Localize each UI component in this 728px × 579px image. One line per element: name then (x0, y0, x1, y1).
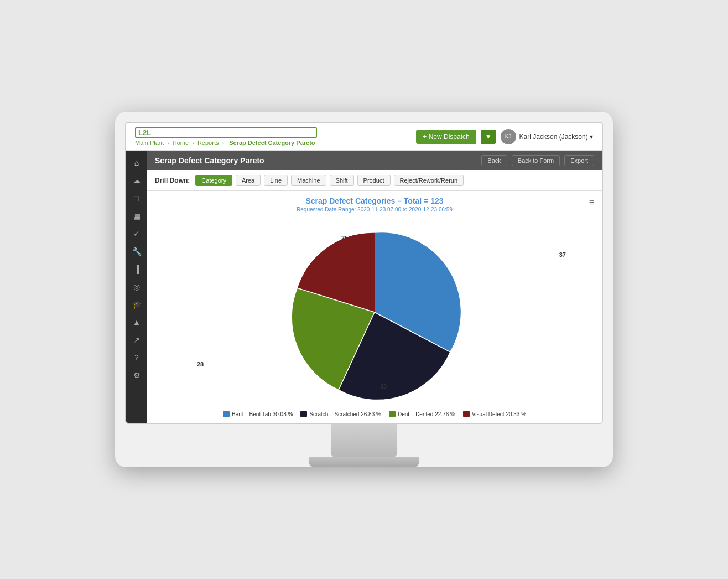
home-icon[interactable]: ⌂ (129, 155, 144, 170)
pie-label-33: 33 (380, 383, 387, 390)
top-navigation: L2L Main Plant › Home › Reports › Scrap … (126, 123, 602, 151)
breadcrumb-current: Scrap Defect Category Pareto (229, 139, 315, 146)
legend-label-bent: Bent – Bent Tab 30.08 % (232, 411, 293, 417)
drill-shift[interactable]: Shift (330, 175, 354, 186)
export-button[interactable]: Export (564, 155, 594, 166)
logo: L2L (135, 127, 317, 138)
legend-item-bent: Bent – Bent Tab 30.08 % (223, 411, 293, 417)
cloud-icon[interactable]: ☁ (129, 173, 144, 188)
breadcrumb: Main Plant › Home › Reports › Scrap Defe… (135, 139, 317, 146)
back-to-form-button[interactable]: Back to Form (512, 155, 560, 166)
graduation-icon[interactable]: 🎓 (129, 297, 144, 312)
chart-menu-icon[interactable]: ≡ (589, 198, 594, 208)
drilldown-bar: Drill Down: Category Area Line Machine S… (147, 170, 602, 191)
pie-label-28: 28 (197, 361, 204, 368)
legend-label-scratch: Scratch – Scratched 26.83 % (309, 411, 381, 417)
gauge-icon[interactable]: ◎ (129, 279, 144, 294)
avatar: KJ (501, 129, 516, 144)
pie-label-25: 25 (341, 235, 348, 241)
drill-area[interactable]: Area (236, 175, 261, 186)
new-dispatch-button[interactable]: + New Dispatch (416, 130, 476, 144)
drill-reject-rework[interactable]: Reject/Rework/Rerun (394, 175, 464, 186)
chart-title: Scrap Defect Categories – Total = 123 (153, 197, 596, 205)
settings-icon[interactable]: ⚙ (129, 368, 144, 383)
back-button[interactable]: Back (481, 155, 507, 166)
chart-container: 25 37 28 33 (153, 218, 596, 406)
wrench-icon[interactable]: 🔧 (129, 244, 144, 259)
legend-color-bent (223, 411, 230, 417)
sidebar: ⌂ ☁ ◻ ▦ ✓ 🔧 ▐ ◎ 🎓 ▲ ↗ ? ⚙ (126, 151, 147, 423)
brand-area: L2L Main Plant › Home › Reports › Scrap … (135, 127, 317, 146)
document-icon[interactable]: ◻ (129, 190, 144, 206)
topnav-right: + New Dispatch ▼ KJ Karl Jackson (Jackso… (416, 129, 593, 144)
bar-chart-icon[interactable]: ▐ (129, 261, 144, 277)
check-icon[interactable]: ✓ (129, 226, 144, 241)
legend-color-dent (389, 411, 396, 417)
monitor-stand (331, 424, 397, 457)
legend-item-visual: Visual Defect 20.33 % (463, 411, 526, 417)
legend-label-dent: Dent – Dented 22.76 % (398, 411, 455, 417)
chart-subtitle: Requested Date Range: 2020-11-23 07:00 t… (153, 206, 596, 213)
report-title: Scrap Defect Category Pareto (155, 156, 264, 165)
chart-icon[interactable]: ▲ (129, 314, 144, 330)
monitor-base (309, 457, 419, 467)
breadcrumb-main-plant[interactable]: Main Plant (135, 139, 164, 146)
pie-chart (286, 224, 463, 401)
legend-label-visual: Visual Defect 20.33 % (472, 411, 526, 417)
breadcrumb-home[interactable]: Home (173, 139, 189, 146)
trend-icon[interactable]: ↗ (129, 332, 144, 348)
drill-product[interactable]: Product (357, 175, 391, 186)
report-actions: Back Back to Form Export (481, 155, 594, 166)
legend-color-visual (463, 411, 470, 417)
drill-machine[interactable]: Machine (291, 175, 326, 186)
report-header: Scrap Defect Category Pareto Back Back t… (147, 151, 602, 170)
pie-label-37: 37 (559, 251, 566, 258)
chart-legend: Bent – Bent Tab 30.08 % Scratch – Scratc… (153, 411, 596, 417)
main-panel: Scrap Defect Category Pareto Back Back t… (147, 151, 602, 423)
calendar-icon[interactable]: ▦ (129, 208, 144, 224)
content-area: ⌂ ☁ ◻ ▦ ✓ 🔧 ▐ ◎ 🎓 ▲ ↗ ? ⚙ (126, 151, 602, 423)
help-icon[interactable]: ? (129, 350, 144, 365)
user-menu[interactable]: KJ Karl Jackson (Jackson) ▾ (501, 129, 593, 144)
legend-item-dent: Dent – Dented 22.76 % (389, 411, 455, 417)
drill-line[interactable]: Line (264, 175, 288, 186)
drilldown-label: Drill Down: (155, 177, 190, 184)
chart-area: ≡ Scrap Defect Categories – Total = 123 … (147, 191, 602, 423)
legend-item-scratch: Scratch – Scratched 26.83 % (300, 411, 381, 417)
drill-category[interactable]: Category (195, 175, 232, 186)
breadcrumb-reports[interactable]: Reports (197, 139, 219, 146)
user-name: Karl Jackson (Jackson) ▾ (519, 133, 593, 141)
new-dispatch-dropdown[interactable]: ▼ (481, 130, 496, 144)
legend-color-scratch (300, 411, 307, 417)
